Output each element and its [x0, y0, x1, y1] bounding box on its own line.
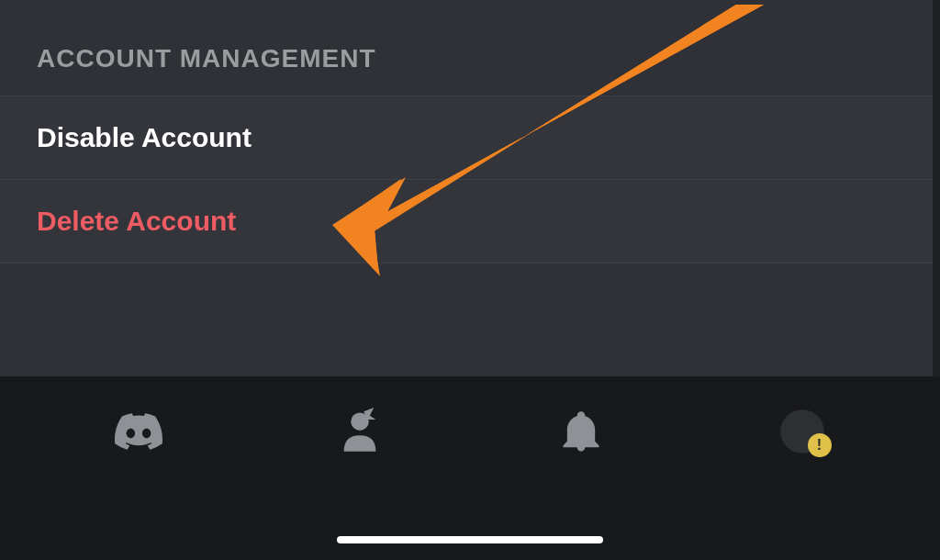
friends-icon: [336, 408, 384, 455]
nav-notifications[interactable]: [554, 404, 609, 459]
settings-content: ACCOUNT MANAGEMENT Disable Account Delet…: [0, 0, 940, 263]
bottom-navigation: !: [0, 376, 940, 560]
section-header-account-management: ACCOUNT MANAGEMENT: [0, 0, 940, 95]
disable-account-button[interactable]: Disable Account: [0, 95, 940, 180]
scrollbar-track: [933, 0, 940, 376]
nav-profile[interactable]: !: [775, 404, 830, 459]
home-indicator: [337, 536, 603, 543]
notifications-bell-icon: [557, 408, 605, 455]
nav-friends[interactable]: [332, 404, 387, 459]
nav-home[interactable]: [111, 404, 166, 459]
alert-badge: !: [808, 433, 832, 457]
discord-logo-icon: [115, 408, 162, 455]
delete-account-button[interactable]: Delete Account: [0, 180, 940, 263]
